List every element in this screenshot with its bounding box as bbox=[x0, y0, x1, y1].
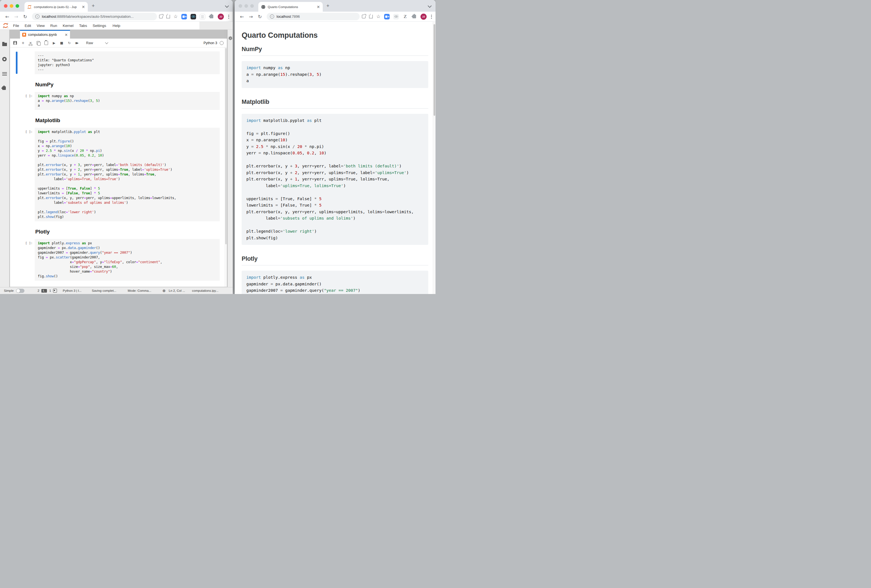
close-tab-icon[interactable]: ✕ bbox=[82, 5, 85, 9]
kernels-count[interactable]: 1 bbox=[49, 289, 51, 293]
zoom-extension-icon[interactable] bbox=[181, 14, 187, 19]
notebook-toolbar: + ✕ ▶ ■ ↻ ▶▶ Raw Python 3 bbox=[10, 39, 227, 48]
back-button[interactable]: ← bbox=[5, 14, 9, 19]
menu-kernel[interactable]: Kernel bbox=[60, 24, 76, 28]
kernel-status-text[interactable]: Python 3 | I... bbox=[63, 289, 82, 293]
tab-search-chevron-icon[interactable] bbox=[225, 4, 229, 8]
matplotlib-code-block: import matplotlib.pyplot as plt fig = pl… bbox=[242, 114, 428, 245]
cell-type-select[interactable]: Raw bbox=[86, 41, 93, 45]
notes-extension-icon[interactable] bbox=[200, 14, 205, 19]
reload-button[interactable]: ↻ bbox=[258, 14, 262, 19]
raw-cell[interactable]: ---title: "Quarto Computations"jupyter: … bbox=[35, 51, 220, 74]
menu-edit[interactable]: Edit bbox=[22, 24, 34, 28]
terminals-count[interactable]: 2 bbox=[37, 289, 39, 293]
save-icon[interactable] bbox=[13, 41, 17, 45]
cursor-position[interactable]: Ln 2, Col ... bbox=[169, 289, 185, 293]
left-browser-tab[interactable]: computations.ip (auto-S) - Jup ✕ bbox=[24, 2, 88, 12]
back-button[interactable]: ← bbox=[240, 14, 244, 19]
react-devtools-extension-icon[interactable] bbox=[393, 14, 399, 19]
running-kernels-icon[interactable] bbox=[2, 57, 7, 61]
zoom-window-button[interactable] bbox=[16, 4, 19, 8]
tab-search-chevron-icon[interactable] bbox=[428, 4, 432, 8]
menu-tabs[interactable]: Tabs bbox=[76, 24, 90, 28]
browser-menu-icon[interactable] bbox=[227, 15, 230, 19]
menu-help[interactable]: Help bbox=[110, 24, 123, 28]
zotero-extension-icon[interactable]: Z bbox=[403, 14, 408, 19]
run-cell-icon[interactable]: ▶ bbox=[53, 41, 55, 45]
browser-menu-icon[interactable] bbox=[430, 15, 433, 19]
copy-cells-icon[interactable] bbox=[37, 41, 40, 45]
minimize-window-button[interactable] bbox=[10, 4, 13, 8]
markdown-heading-numpy[interactable]: NumPy bbox=[35, 82, 220, 88]
open-in-new-icon[interactable] bbox=[362, 15, 365, 18]
forward-button[interactable]: → bbox=[249, 14, 253, 19]
close-window-button[interactable] bbox=[4, 4, 7, 8]
new-tab-button[interactable]: + bbox=[326, 3, 329, 9]
site-info-icon[interactable]: i bbox=[270, 15, 274, 19]
close-tab-icon[interactable]: ✕ bbox=[317, 5, 320, 9]
kernel-status-icon[interactable] bbox=[220, 41, 224, 45]
table-of-contents-icon[interactable] bbox=[2, 72, 7, 76]
close-window-button[interactable] bbox=[239, 4, 242, 8]
bookmark-star-icon[interactable]: ☆ bbox=[376, 14, 380, 19]
code-cell-plotly[interactable]: [ ]: import plotly.express as pxgapminde… bbox=[35, 239, 220, 281]
open-in-new-icon[interactable] bbox=[159, 15, 163, 18]
jupyterlab-browser-window: computations.ip (auto-S) - Jup ✕ + ← → ↻… bbox=[0, 0, 233, 294]
file-browser-icon[interactable] bbox=[2, 43, 7, 46]
markdown-heading-matplotlib[interactable]: Matplotlib bbox=[35, 118, 220, 124]
paste-cells-icon[interactable] bbox=[45, 41, 48, 45]
profile-avatar[interactable]: JJ bbox=[218, 13, 224, 20]
restart-run-all-icon[interactable]: ▶▶ bbox=[76, 42, 78, 45]
forward-button[interactable]: → bbox=[14, 14, 18, 19]
numpy-cell-editor[interactable]: import numpy as npa = np.arange(15).resh… bbox=[35, 92, 220, 110]
markdown-heading-plotly[interactable]: Plotly bbox=[35, 229, 220, 235]
share-icon[interactable] bbox=[166, 15, 170, 18]
reload-button[interactable]: ↻ bbox=[23, 14, 27, 19]
notebook-scrollbar[interactable] bbox=[225, 48, 227, 287]
extension-manager-icon[interactable] bbox=[2, 87, 6, 90]
notebook-tab[interactable]: computations.ipynb ✕ bbox=[20, 30, 70, 39]
zoom-window-button[interactable] bbox=[250, 4, 254, 8]
extensions-puzzle-icon[interactable] bbox=[412, 15, 416, 18]
bookmark-star-icon[interactable]: ☆ bbox=[174, 14, 178, 19]
page-scrollbar[interactable] bbox=[433, 22, 436, 294]
menu-settings[interactable]: Settings bbox=[90, 24, 109, 28]
react-devtools-extension-icon[interactable] bbox=[190, 14, 196, 19]
add-cell-icon[interactable]: + bbox=[22, 40, 24, 45]
cell-type-chevron-icon[interactable] bbox=[105, 41, 108, 44]
profile-avatar[interactable]: JJ bbox=[421, 13, 427, 20]
matplotlib-cell-editor[interactable]: import matplotlib.pyplot as plt fig = pl… bbox=[35, 128, 220, 221]
kernel-name[interactable]: Python 3 bbox=[204, 41, 217, 45]
simple-mode-toggle[interactable] bbox=[16, 289, 24, 293]
code-cell-numpy[interactable]: [ ]: import numpy as npa = np.arange(15)… bbox=[35, 92, 220, 110]
extensions-puzzle-icon[interactable] bbox=[210, 15, 213, 18]
site-info-icon[interactable]: i bbox=[35, 15, 39, 19]
kernel-chip-icon bbox=[53, 289, 57, 293]
restart-kernel-icon[interactable]: ↻ bbox=[68, 41, 71, 45]
jupyter-favicon bbox=[27, 5, 31, 9]
jupyter-right-sidebar bbox=[227, 30, 233, 287]
interrupt-kernel-icon[interactable]: ■ bbox=[60, 41, 63, 45]
code-cell-matplotlib[interactable]: [ ]: import matplotlib.pyplot as plt fig… bbox=[35, 128, 220, 221]
property-inspector-gear-icon[interactable] bbox=[228, 36, 232, 40]
menu-run[interactable]: Run bbox=[48, 24, 60, 28]
address-bar[interactable]: i localhost:7896 bbox=[266, 13, 360, 20]
address-bar[interactable]: i localhost:8889/lab/workspaces/auto-S/t… bbox=[32, 13, 157, 20]
scrollbar-thumb[interactable] bbox=[434, 24, 435, 116]
cut-cells-icon[interactable]: ✕ bbox=[29, 41, 32, 45]
scrollbar-thumb[interactable] bbox=[225, 48, 227, 244]
new-tab-button[interactable]: + bbox=[92, 3, 95, 9]
share-icon[interactable] bbox=[369, 15, 373, 18]
zoom-extension-icon[interactable] bbox=[384, 14, 390, 19]
menu-view[interactable]: View bbox=[34, 24, 48, 28]
right-browser-tab[interactable]: Quarto Computations ✕ bbox=[258, 2, 323, 12]
tab-title: Quarto Computations bbox=[268, 5, 315, 9]
raw-cell-editor[interactable]: ---title: "Quarto Computations"jupyter: … bbox=[35, 51, 220, 74]
plotly-cell-editor[interactable]: import plotly.express as pxgapminder = p… bbox=[35, 239, 220, 281]
minimize-window-button[interactable] bbox=[244, 4, 248, 8]
notebook-file-icon bbox=[22, 33, 26, 37]
notebook-tab-close-icon[interactable]: ✕ bbox=[65, 33, 68, 37]
section-plotly: Plotly import plotly.express as pxgapmin… bbox=[242, 255, 428, 294]
left-tab-strip: computations.ip (auto-S) - Jup ✕ + bbox=[0, 0, 233, 12]
menu-file[interactable]: File bbox=[10, 24, 22, 28]
